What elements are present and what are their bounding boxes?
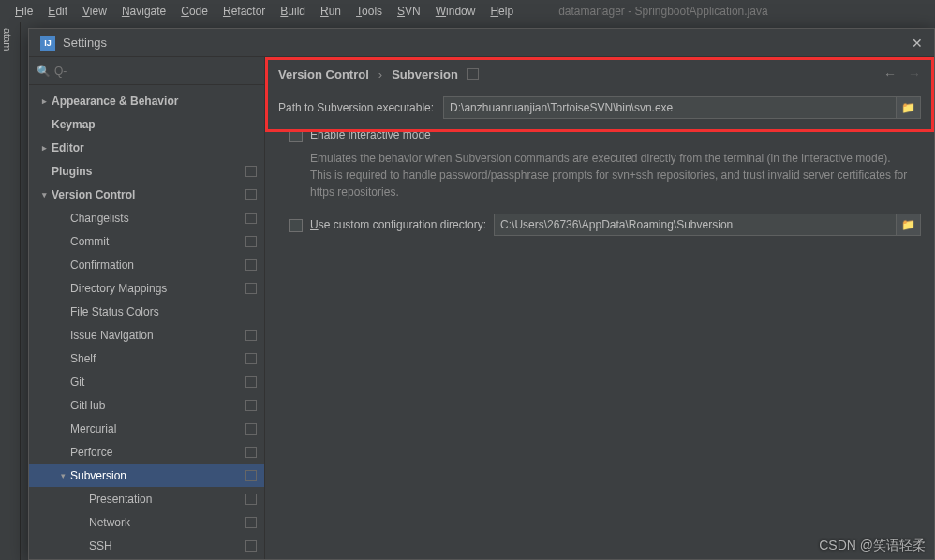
project-badge-icon (245, 494, 257, 505)
project-badge-icon (245, 213, 257, 224)
sidebar-item-perforce[interactable]: Perforce (29, 440, 264, 464)
settings-dialog: IJ Settings ✕ 🔍 ▸Appearance & BehaviorKe… (28, 28, 935, 560)
sidebar-item-confirmation[interactable]: Confirmation (29, 253, 264, 276)
sidebar-item-version-control[interactable]: ▾Version Control (29, 183, 264, 206)
menu-edit[interactable]: Edit (40, 3, 75, 20)
breadcrumb-part1[interactable]: Version Control (278, 67, 369, 81)
menu-run[interactable]: Run (313, 3, 349, 20)
interactive-checkbox[interactable] (289, 129, 303, 142)
dialog-body: 🔍 ▸Appearance & BehaviorKeymap▸EditorPlu… (29, 57, 934, 559)
nav-arrows: ← → (883, 66, 921, 81)
path-label: Path to Subversion executable: (278, 101, 434, 114)
menu-tools[interactable]: Tools (349, 3, 390, 20)
project-badge-icon (468, 68, 479, 80)
settings-sidebar: 🔍 ▸Appearance & BehaviorKeymap▸EditorPlu… (29, 57, 265, 559)
project-badge-icon (245, 423, 257, 435)
sidebar-item-label: Subversion (70, 469, 245, 482)
sidebar-item-presentation[interactable]: Presentation (29, 487, 264, 510)
project-badge-icon (245, 283, 257, 294)
forward-icon[interactable]: → (908, 66, 921, 81)
menu-refactor[interactable]: Refactor (215, 3, 273, 20)
config-checkbox[interactable] (289, 219, 303, 232)
project-badge-icon (245, 447, 257, 458)
sidebar-item-appearance-behavior[interactable]: ▸Appearance & Behavior (29, 89, 264, 112)
sidebar-item-github[interactable]: GitHub (29, 393, 264, 417)
path-input[interactable] (443, 96, 897, 119)
search-input[interactable] (54, 65, 257, 78)
project-badge-icon (245, 259, 257, 271)
sidebar-item-editor[interactable]: ▸Editor (29, 136, 264, 159)
back-icon[interactable]: ← (883, 66, 897, 81)
form-area: Path to Subversion executable: 📁 Enable … (265, 91, 934, 242)
sidebar-item-label: Presentation (89, 493, 245, 506)
dialog-header: IJ Settings ✕ (29, 29, 934, 57)
menu-navigate[interactable]: Navigate (114, 3, 173, 20)
path-row: Path to Subversion executable: 📁 (278, 96, 921, 119)
settings-tree: ▸Appearance & BehaviorKeymap▸EditorPlugi… (29, 85, 264, 559)
sidebar-item-file-status-colors[interactable]: File Status Colors (29, 300, 264, 323)
sidebar-item-git[interactable]: Git (29, 370, 264, 393)
sidebar-item-label: Appearance & Behavior (52, 95, 257, 108)
sidebar-item-label: Issue Navigation (70, 329, 245, 342)
sidebar-item-label: Commit (70, 235, 245, 248)
project-badge-icon (245, 353, 257, 364)
sidebar-item-label: Shelf (70, 352, 245, 365)
menu-build[interactable]: Build (273, 3, 313, 20)
sidebar-item-label: GitHub (70, 399, 245, 412)
sidebar-item-label: Git (70, 376, 245, 389)
browse-config-button[interactable]: 📁 (897, 214, 921, 236)
menu-file[interactable]: File (7, 3, 40, 20)
project-badge-icon (245, 166, 257, 177)
chevron-right-icon: › (378, 67, 382, 81)
help-line2: This is required to handle password/pass… (310, 169, 907, 199)
sidebar-item-mercurial[interactable]: Mercurial (29, 417, 264, 440)
project-badge-icon (245, 400, 257, 411)
sidebar-item-issue-navigation[interactable]: Issue Navigation (29, 323, 264, 346)
sidebar-item-keymap[interactable]: Keymap (29, 112, 264, 136)
folder-icon: 📁 (901, 101, 915, 114)
search-row: 🔍 (29, 57, 264, 85)
sidebar-item-label: Plugins (52, 165, 245, 178)
project-badge-icon (245, 470, 257, 481)
chevron-down-icon: ▾ (55, 471, 70, 480)
menu-window[interactable]: Window (428, 3, 483, 20)
sidebar-item-ssh[interactable]: SSH (29, 534, 264, 557)
project-badge-icon (245, 517, 257, 528)
leftbar-tab[interactable]: atam (0, 22, 15, 56)
sidebar-item-label: Keymap (52, 118, 257, 131)
project-badge-icon (245, 189, 257, 200)
menu-view[interactable]: View (75, 3, 114, 20)
sidebar-item-label: Directory Mappings (70, 282, 245, 295)
sidebar-item-shelf[interactable]: Shelf (29, 346, 264, 370)
sidebar-item-label: Network (89, 516, 245, 529)
project-badge-icon (245, 540, 257, 552)
sidebar-item-commit[interactable]: Commit (29, 229, 264, 253)
sidebar-item-directory-mappings[interactable]: Directory Mappings (29, 276, 264, 300)
menu-help[interactable]: Help (482, 3, 521, 20)
sidebar-item-label: SSH (89, 539, 245, 553)
interactive-label[interactable]: Enable interactive mode (310, 128, 431, 141)
sidebar-item-subversion[interactable]: ▾Subversion (29, 464, 264, 487)
intellij-icon: IJ (40, 36, 55, 51)
project-badge-icon (245, 236, 257, 247)
interactive-help: Emulates the behavior when Subversion co… (278, 150, 921, 200)
sidebar-item-network[interactable]: Network (29, 510, 264, 534)
chevron-right-icon: ▸ (37, 143, 52, 153)
config-label[interactable]: Use custom configuration directory: (310, 218, 486, 231)
sidebar-item-plugins[interactable]: Plugins (29, 159, 264, 183)
chevron-down-icon: ▾ (37, 190, 52, 199)
config-row: Use custom configuration directory: 📁 (278, 214, 921, 236)
config-input[interactable] (494, 214, 897, 236)
sidebar-item-changelists[interactable]: Changelists (29, 206, 264, 229)
menubar: FileEditViewNavigateCodeRefactorBuildRun… (0, 0, 935, 22)
project-badge-icon (245, 330, 257, 341)
interactive-row: Enable interactive mode (278, 128, 921, 142)
menu-svn[interactable]: SVN (390, 3, 428, 20)
watermark: CSDN @笑语轻柔 (819, 538, 926, 554)
window-title: datamanager - SpringbootApplication.java (558, 5, 767, 18)
dialog-title: Settings (63, 36, 912, 50)
browse-path-button[interactable]: 📁 (897, 96, 921, 119)
menu-code[interactable]: Code (173, 3, 215, 20)
close-icon[interactable]: ✕ (912, 36, 923, 51)
sidebar-item-label: Perforce (70, 446, 245, 459)
